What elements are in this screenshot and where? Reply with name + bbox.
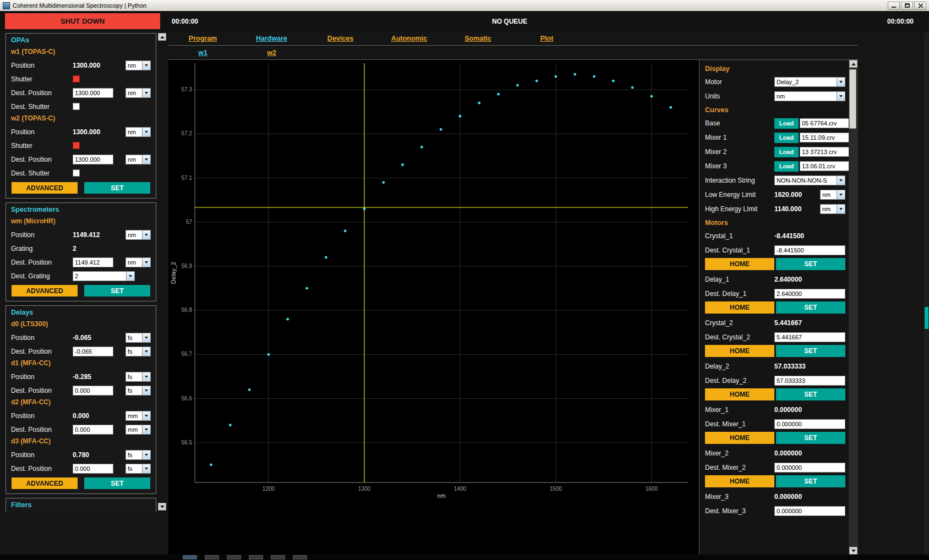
dest-position-input[interactable]	[73, 88, 113, 98]
chevron-down-icon[interactable]	[142, 89, 150, 97]
motor-dest-input[interactable]	[774, 463, 845, 473]
curve-file-input[interactable]	[800, 147, 849, 157]
units-combobox[interactable]: fs	[125, 372, 151, 382]
units-combobox[interactable]: nm	[125, 257, 151, 267]
units-combobox[interactable]: nm	[820, 190, 845, 200]
set-button[interactable]: SET	[776, 475, 845, 487]
chevron-down-icon[interactable]	[837, 190, 845, 199]
chevron-down-icon[interactable]	[837, 92, 845, 101]
dest-position-input[interactable]	[73, 257, 113, 267]
chevron-down-icon[interactable]	[142, 464, 150, 473]
subtab-w1[interactable]: w1	[168, 46, 237, 59]
set-button[interactable]: SET	[776, 258, 845, 270]
close-button[interactable]	[914, 2, 926, 10]
tab-somatic[interactable]: Somatic	[444, 32, 512, 45]
tab-program[interactable]: Program	[168, 32, 237, 45]
load-button[interactable]: Load	[774, 133, 799, 143]
motor-dest-input[interactable]	[774, 245, 845, 255]
taskbar-icon[interactable]	[271, 555, 285, 559]
window-scrollbar[interactable]	[924, 32, 929, 554]
motor-combobox[interactable]: Delay_2	[774, 77, 845, 87]
chevron-down-icon[interactable]	[142, 372, 150, 381]
chevron-down-icon[interactable]	[126, 272, 134, 281]
interaction-combobox[interactable]: NON-NON-NON-S	[774, 175, 845, 185]
chevron-down-icon[interactable]	[142, 155, 150, 164]
units-combobox[interactable]: nm	[125, 61, 151, 70]
units-combobox[interactable]: fs	[125, 450, 151, 460]
set-button[interactable]: SET	[776, 388, 845, 400]
tab-devices[interactable]: Devices	[306, 32, 375, 45]
units-combobox[interactable]: fs	[125, 386, 151, 396]
dest-position-input[interactable]	[73, 464, 113, 474]
motor-dest-input[interactable]	[774, 289, 845, 299]
scrollbar-thumb[interactable]	[849, 69, 856, 129]
motor-dest-input[interactable]	[774, 419, 845, 429]
chevron-down-icon[interactable]	[142, 61, 150, 70]
tab-hardware[interactable]: Hardware	[237, 32, 306, 45]
minimize-button[interactable]	[888, 2, 900, 10]
set-button[interactable]: SET	[776, 301, 845, 314]
scrollbar-thumb[interactable]	[925, 307, 928, 329]
tab-plot[interactable]: Plot	[512, 32, 581, 45]
chevron-down-icon[interactable]	[142, 258, 150, 267]
set-button[interactable]: SET	[84, 285, 150, 297]
chevron-down-icon[interactable]	[142, 451, 150, 459]
curve-file-input[interactable]	[800, 161, 849, 171]
scroll-up-icon[interactable]	[158, 33, 166, 41]
units-combobox[interactable]: nm	[125, 230, 151, 240]
panel-scrollbar[interactable]	[849, 60, 858, 554]
set-button[interactable]: SET	[84, 477, 150, 489]
chevron-down-icon[interactable]	[837, 205, 845, 213]
advanced-button[interactable]: ADVANCED	[12, 285, 78, 297]
motor-dest-input[interactable]	[774, 376, 845, 386]
dest-position-input[interactable]	[73, 386, 113, 396]
chevron-down-icon[interactable]	[837, 176, 845, 185]
advanced-button[interactable]: ADVANCED	[12, 477, 78, 489]
chevron-down-icon[interactable]	[142, 411, 150, 420]
load-button[interactable]: Load	[774, 161, 799, 172]
chevron-down-icon[interactable]	[142, 128, 150, 136]
taskbar-icon[interactable]	[293, 555, 307, 559]
taskbar-icon[interactable]	[183, 555, 197, 559]
set-button[interactable]: SET	[776, 432, 845, 444]
chevron-down-icon[interactable]	[142, 425, 150, 434]
taskbar-icon[interactable]	[227, 555, 241, 559]
chevron-down-icon[interactable]	[142, 386, 150, 395]
shutdown-button[interactable]: SHUT DOWN	[5, 13, 160, 29]
home-button[interactable]: HOME	[705, 388, 774, 400]
tab-autonomic[interactable]: Autonomic	[375, 32, 444, 45]
scroll-down-icon[interactable]	[849, 547, 857, 554]
chevron-down-icon[interactable]	[142, 230, 150, 239]
curve-file-input[interactable]	[800, 118, 849, 128]
tuning-curve-plot[interactable]: 1200130014001500160056.556.656.756.856.9…	[168, 60, 699, 554]
home-button[interactable]: HOME	[705, 258, 774, 270]
units-combobox[interactable]: mm	[125, 425, 151, 435]
dest-shutter-checkbox[interactable]	[73, 169, 80, 177]
units-combobox[interactable]: fs	[125, 347, 151, 356]
home-button[interactable]: HOME	[705, 345, 774, 357]
dest-position-input[interactable]	[73, 155, 113, 164]
dest-position-input[interactable]	[73, 425, 113, 435]
load-button[interactable]: Load	[774, 118, 799, 129]
dest-position-input[interactable]	[73, 347, 113, 356]
scroll-up-icon[interactable]	[849, 60, 857, 68]
units-combobox[interactable]: mm	[125, 411, 151, 421]
chevron-down-icon[interactable]	[142, 347, 150, 356]
motor-dest-input[interactable]	[774, 332, 845, 342]
scroll-down-icon[interactable]	[158, 503, 166, 510]
set-button[interactable]: SET	[84, 182, 150, 194]
home-button[interactable]: HOME	[705, 432, 774, 444]
chevron-down-icon[interactable]	[142, 333, 150, 342]
taskbar-icon[interactable]	[205, 555, 219, 559]
advanced-button[interactable]: ADVANCED	[12, 182, 78, 194]
set-button[interactable]: SET	[776, 345, 845, 357]
plot-canvas[interactable]: 1200130014001500160056.556.656.756.856.9…	[168, 60, 691, 503]
dest-shutter-checkbox[interactable]	[73, 103, 80, 110]
subtab-w2[interactable]: w2	[237, 46, 306, 59]
units-combobox[interactable]: fs	[125, 333, 151, 343]
sidebar-scrollbar[interactable]	[158, 33, 166, 510]
chevron-down-icon[interactable]	[837, 78, 845, 86]
home-button[interactable]: HOME	[705, 475, 774, 487]
maximize-button[interactable]	[901, 2, 913, 10]
curve-file-input[interactable]	[800, 133, 849, 142]
